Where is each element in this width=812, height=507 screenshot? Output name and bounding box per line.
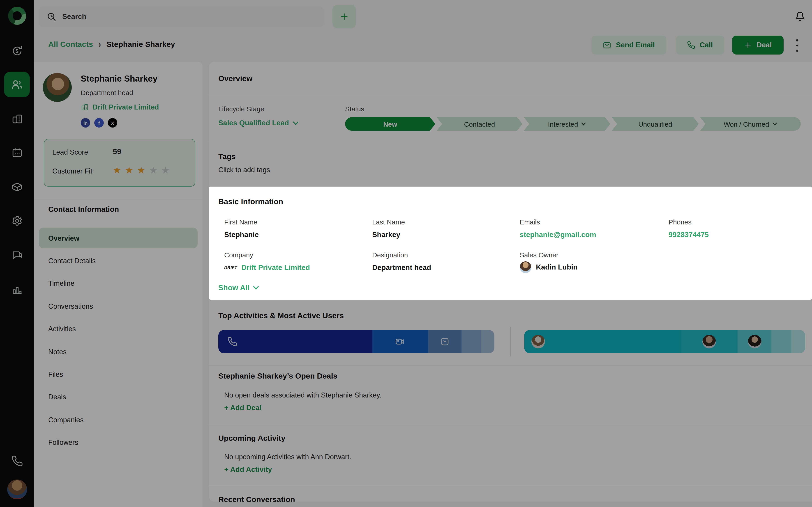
status-label: Status xyxy=(345,105,364,113)
sidebar-item-companies[interactable]: Companies xyxy=(48,416,84,424)
status-stage-contacted[interactable]: Contacted xyxy=(437,117,522,131)
star-empty-icon: ★ xyxy=(161,165,170,175)
chat-icon[interactable] xyxy=(11,249,23,261)
breadcrumb-current: Stephanie Sharkey xyxy=(106,40,175,49)
emails-label: Emails xyxy=(520,218,540,226)
companies-icon[interactable] xyxy=(11,113,23,125)
activity-segment-other[interactable] xyxy=(481,330,495,353)
sidebar-item-timeline[interactable]: Timeline xyxy=(48,279,74,287)
facebook-icon[interactable]: f xyxy=(94,118,104,127)
first-name-value: Stephanie xyxy=(224,231,259,239)
tags-title: Tags xyxy=(218,152,236,161)
recent-conversation-title: Recent Conversation xyxy=(218,495,295,502)
sidebar-item-files[interactable]: Files xyxy=(48,371,63,379)
email-link[interactable]: stephanie@gmail.com xyxy=(520,231,596,239)
last-name-label: Last Name xyxy=(372,218,405,226)
svg-text:$: $ xyxy=(15,48,18,54)
chevron-down-icon xyxy=(772,122,777,126)
phones-label: Phones xyxy=(668,218,692,226)
phone-link[interactable]: 9928374475 xyxy=(668,231,709,239)
bars-divider xyxy=(510,327,511,356)
contact-panel: Stephanie Sharkey Department head Drift … xyxy=(34,62,203,507)
active-user-segment[interactable] xyxy=(771,330,791,353)
upcoming-activity-empty-text: No upcoming Activities with Ann Dorwart. xyxy=(224,453,351,461)
star-filled-icon: ★ xyxy=(125,165,134,175)
customer-fit-label: Customer Fit xyxy=(52,167,92,175)
customer-fit-rating[interactable]: ★ ★ ★ ★ ★ xyxy=(113,165,170,175)
status-stage-interested[interactable]: Interested xyxy=(524,117,610,131)
breadcrumb-all-contacts[interactable]: All Contacts xyxy=(48,40,93,49)
send-email-button[interactable]: Send Email xyxy=(592,36,666,55)
star-filled-icon: ★ xyxy=(137,165,146,175)
products-icon[interactable] xyxy=(11,181,23,193)
status-stage-unqualified[interactable]: Unqualified xyxy=(612,117,699,131)
contact-designation: Department head xyxy=(81,89,133,97)
sales-owner-value: Kadin Lubin xyxy=(520,262,578,273)
sidebar-item-contact-details[interactable]: Contact Details xyxy=(48,257,96,265)
lead-score-label: Lead Score xyxy=(52,148,88,156)
add-deal-button[interactable]: Deal xyxy=(732,36,783,55)
sidebar-item-overview-label[interactable]: Overview xyxy=(48,234,80,242)
designation-label: Designation xyxy=(372,251,408,259)
x-twitter-icon[interactable]: X xyxy=(108,118,117,127)
status-stage-new[interactable]: New xyxy=(345,117,435,131)
show-all-toggle[interactable]: Show All xyxy=(218,283,259,292)
contacts-nav-icon[interactable] xyxy=(4,72,30,97)
active-user-segment[interactable] xyxy=(792,330,805,353)
more-options-menu[interactable] xyxy=(795,39,799,52)
designation-value: Department head xyxy=(372,264,431,272)
sidebar-item-deals[interactable]: Deals xyxy=(48,393,66,401)
active-users-bar xyxy=(524,330,805,353)
company-label: Company xyxy=(224,251,253,259)
analytics-icon[interactable] xyxy=(11,283,23,295)
notifications-bell-icon[interactable] xyxy=(795,11,805,22)
user-profile-avatar[interactable] xyxy=(7,480,27,499)
global-search[interactable] xyxy=(39,6,323,27)
basic-info-title: Basic Information xyxy=(218,198,283,207)
lifecycle-stage-value[interactable]: Sales Qualified Lead xyxy=(218,119,298,127)
company-value[interactable]: DRIFT Drift Private Limited xyxy=(224,264,310,272)
search-input[interactable] xyxy=(62,13,316,21)
sidebar-item-conversations[interactable]: Conversations xyxy=(48,302,93,311)
contact-company-link[interactable]: Drift Private Limited xyxy=(81,103,159,111)
add-deal-link[interactable]: + Add Deal xyxy=(224,404,261,412)
active-user-segment[interactable] xyxy=(738,330,772,353)
sidebar-item-notes[interactable]: Notes xyxy=(48,348,66,356)
email-activity-segment[interactable] xyxy=(428,330,461,353)
active-user-avatar xyxy=(748,335,761,348)
add-activity-link[interactable]: + Add Activity xyxy=(224,465,272,474)
status-stage-won-churned[interactable]: Won / Churned xyxy=(700,117,801,131)
app-logo-icon[interactable] xyxy=(8,7,26,25)
active-user-avatar xyxy=(531,335,545,348)
contact-name: Stephanie Sharkey xyxy=(81,74,157,84)
video-icon xyxy=(395,336,406,347)
phone-dialer-icon[interactable] xyxy=(11,455,23,467)
sidebar-item-activities[interactable]: Activities xyxy=(48,325,76,333)
add-tags-field[interactable]: Click to add tags xyxy=(218,166,270,174)
phone-activity-segment[interactable] xyxy=(218,330,372,353)
chevron-down-icon xyxy=(253,286,259,290)
settings-gear-icon[interactable] xyxy=(11,215,23,227)
lead-score-value: 59 xyxy=(113,147,121,156)
open-deals-empty-text: No open deals associated with Stephanie … xyxy=(224,391,382,399)
nav-section-header: Contact Information xyxy=(48,205,119,214)
breadcrumb: All Contacts › Stephanie Sharkey xyxy=(48,40,175,49)
search-icon xyxy=(46,12,56,22)
active-user-segment[interactable] xyxy=(681,330,738,353)
video-activity-segment[interactable] xyxy=(372,330,428,353)
quick-add-button[interactable] xyxy=(333,5,356,29)
active-user-segment[interactable] xyxy=(524,330,681,353)
star-filled-icon: ★ xyxy=(113,165,121,175)
panel-divider xyxy=(34,200,203,200)
app-rail: $ xyxy=(0,0,34,507)
linkedin-icon[interactable]: in xyxy=(81,118,90,127)
revenue-cycle-icon[interactable]: $ xyxy=(11,45,23,57)
sidebar-item-followers[interactable]: Followers xyxy=(48,439,78,447)
call-button[interactable]: Call xyxy=(676,36,724,55)
last-name-value: Sharkey xyxy=(372,231,400,239)
first-name-label: First Name xyxy=(224,218,257,226)
activity-segment-other[interactable] xyxy=(461,330,481,353)
contact-avatar xyxy=(43,73,72,102)
top-activities-title: Top Activities & Most Active Users xyxy=(218,312,344,321)
calendar-icon[interactable] xyxy=(11,147,23,159)
